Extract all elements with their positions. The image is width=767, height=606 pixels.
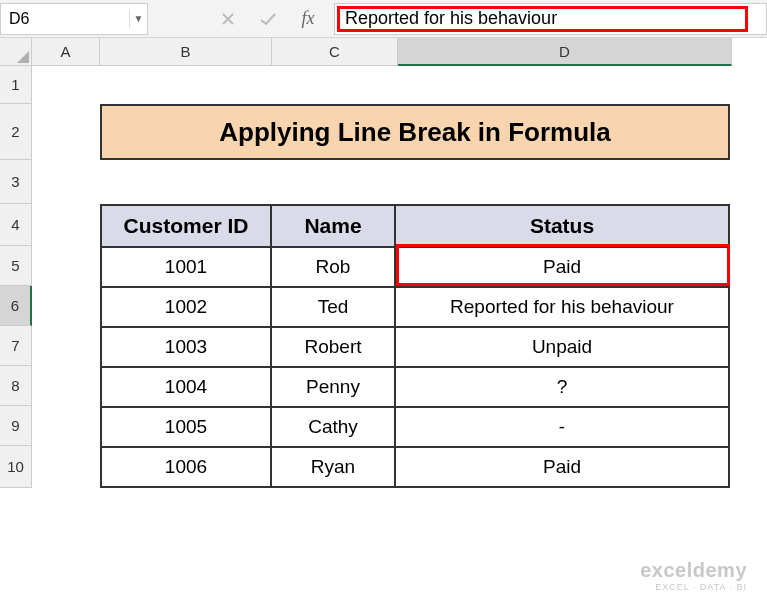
formula-bar-buttons: fx <box>208 5 328 33</box>
row-header-5[interactable]: 5 <box>0 246 32 286</box>
table-row: 1006RyanPaid <box>102 448 728 488</box>
formula-bar: D6 ▼ fx Reported for his behaviour <box>0 0 767 38</box>
title-banner: Applying Line Break in Formula <box>100 104 730 160</box>
data-table: Customer ID Name Status 1001RobPaid1002T… <box>100 204 730 488</box>
row-header-7[interactable]: 7 <box>0 326 32 366</box>
cell-status[interactable]: Reported for his behaviour <box>396 288 728 328</box>
cell-id[interactable]: 1002 <box>102 288 272 328</box>
cell-status[interactable]: Unpaid <box>396 328 728 368</box>
spreadsheet-grid: A B C D 12345678910 Applying Line Break … <box>0 38 767 66</box>
header-customer-id[interactable]: Customer ID <box>102 206 272 248</box>
header-name[interactable]: Name <box>272 206 396 248</box>
name-box-container[interactable]: D6 ▼ <box>0 3 148 35</box>
cell-name[interactable]: Robert <box>272 328 396 368</box>
row-header-3[interactable]: 3 <box>0 160 32 204</box>
cell-status[interactable]: - <box>396 408 728 448</box>
formula-text: Reported for his behaviour <box>345 8 557 29</box>
cell-status[interactable]: Paid <box>396 448 728 488</box>
column-headers: A B C D <box>0 38 767 66</box>
col-header-A[interactable]: A <box>32 38 100 66</box>
watermark-title: exceldemy <box>640 559 747 582</box>
enter-icon[interactable] <box>248 5 288 33</box>
cell-name[interactable]: Cathy <box>272 408 396 448</box>
row-header-8[interactable]: 8 <box>0 366 32 406</box>
row-header-2[interactable]: 2 <box>0 104 32 160</box>
table-row: 1003RobertUnpaid <box>102 328 728 368</box>
table-row: 1004Penny? <box>102 368 728 408</box>
cell-name[interactable]: Ted <box>272 288 396 328</box>
watermark: exceldemy EXCEL · DATA · BI <box>640 559 747 592</box>
cell-name[interactable]: Penny <box>272 368 396 408</box>
cell-id[interactable]: 1005 <box>102 408 272 448</box>
col-header-D[interactable]: D <box>398 38 732 66</box>
cell-status[interactable]: ? <box>396 368 728 408</box>
cell-id[interactable]: 1004 <box>102 368 272 408</box>
table-row: 1002TedReported for his behaviour <box>102 288 728 328</box>
watermark-subtitle: EXCEL · DATA · BI <box>640 582 747 592</box>
name-box-dropdown[interactable]: ▼ <box>129 9 147 28</box>
row-header-1[interactable]: 1 <box>0 66 32 104</box>
table-row: 1001RobPaid <box>102 248 728 288</box>
header-status[interactable]: Status <box>396 206 728 248</box>
select-all-corner[interactable] <box>0 38 32 66</box>
cell-name[interactable]: Rob <box>272 248 396 288</box>
cells-area[interactable]: Applying Line Break in Formula Customer … <box>32 66 730 488</box>
formula-input[interactable]: Reported for his behaviour <box>334 3 767 35</box>
fx-icon[interactable]: fx <box>288 5 328 33</box>
cancel-icon[interactable] <box>208 5 248 33</box>
cell-id[interactable]: 1001 <box>102 248 272 288</box>
row-headers: 12345678910 <box>0 66 32 488</box>
cell-id[interactable]: 1003 <box>102 328 272 368</box>
row-header-9[interactable]: 9 <box>0 406 32 446</box>
table-row: 1005Cathy- <box>102 408 728 448</box>
col-header-B[interactable]: B <box>100 38 272 66</box>
row-header-10[interactable]: 10 <box>0 446 32 488</box>
row-header-6[interactable]: 6 <box>0 286 32 326</box>
name-box[interactable]: D6 <box>1 10 129 28</box>
cell-id[interactable]: 1006 <box>102 448 272 488</box>
cell-status[interactable]: Paid <box>396 248 728 288</box>
row-header-4[interactable]: 4 <box>0 204 32 246</box>
cell-name[interactable]: Ryan <box>272 448 396 488</box>
col-header-C[interactable]: C <box>272 38 398 66</box>
